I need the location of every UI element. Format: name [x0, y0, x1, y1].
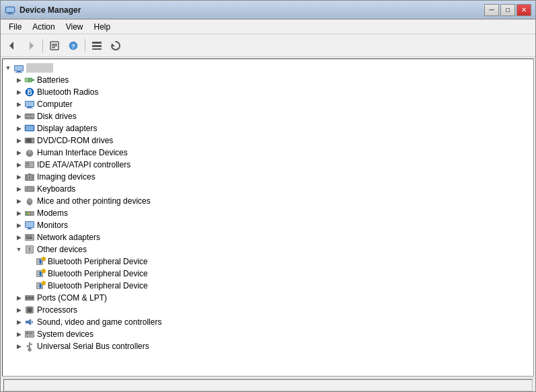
- network-expander[interactable]: ▶: [13, 232, 24, 243]
- bt-radios-expander[interactable]: ▶: [13, 87, 24, 97]
- back-button[interactable]: [3, 37, 21, 54]
- help-button[interactable]: ?: [65, 37, 82, 54]
- list-item[interactable]: ▶ Disk drives: [3, 110, 533, 122]
- list-item[interactable]: ▶ Computer: [3, 98, 533, 110]
- usb-label: Universal Serial Bus controllers: [37, 342, 149, 351]
- disk-expander[interactable]: ▶: [13, 111, 24, 122]
- bluetooth-radios-icon: B: [24, 87, 35, 97]
- other-expander[interactable]: ▼: [13, 244, 24, 255]
- list-item[interactable]: ▶ IDE ATA/ATAPI controllers: [3, 159, 533, 171]
- ide-icon: [24, 159, 35, 170]
- bt-peripheral-1-icon: !: [35, 256, 46, 267]
- modems-expander[interactable]: ▶: [13, 208, 24, 219]
- modems-icon: [24, 208, 35, 219]
- list-item[interactable]: ▶ Imaging devices: [3, 171, 533, 183]
- properties-icon: [49, 40, 60, 51]
- svg-rect-27: [28, 107, 32, 108]
- list-item[interactable]: ▼ ! Other devices: [3, 243, 533, 256]
- list-item[interactable]: ▶ Keyboards: [3, 183, 533, 195]
- ports-expander[interactable]: ▶: [13, 292, 24, 303]
- sound-expander[interactable]: ▶: [13, 317, 24, 327]
- network-label: Network adapters: [37, 233, 100, 242]
- other-devices-label: Other devices: [37, 245, 87, 254]
- imaging-icon: [24, 171, 35, 182]
- ide-expander[interactable]: ▶: [13, 159, 24, 170]
- close-button[interactable]: ✕: [516, 4, 531, 16]
- svg-text:!: !: [43, 258, 44, 262]
- svg-rect-109: [26, 332, 28, 334]
- mice-expander[interactable]: ▶: [13, 196, 24, 206]
- system-expander[interactable]: ▶: [13, 329, 24, 340]
- sound-icon: [24, 317, 35, 327]
- svg-rect-74: [26, 237, 32, 239]
- list-item[interactable]: ▶ Modems: [3, 207, 533, 219]
- list-item[interactable]: ▶ System devices: [3, 328, 533, 340]
- toolbar-separator-1: [42, 39, 43, 52]
- list-item[interactable]: ! Bluetooth Peripheral Device: [3, 268, 533, 280]
- list-item[interactable]: ▶ DVD/CD-ROM drives: [3, 134, 533, 147]
- list-item[interactable]: ▶ Universal Serial Bus controllers: [3, 340, 533, 352]
- list-item[interactable]: ▶ Human Interface Devices: [3, 147, 533, 159]
- svg-rect-71: [26, 235, 28, 237]
- refresh-button[interactable]: [107, 37, 124, 54]
- svg-text:!: !: [43, 270, 44, 274]
- svg-point-60: [26, 213, 28, 214]
- hid-icon: [24, 147, 35, 158]
- processors-icon: [24, 305, 35, 315]
- dvd-cdrom-label: DVD/CD-ROM drives: [37, 136, 113, 145]
- hid-expander[interactable]: ▶: [13, 147, 24, 158]
- svg-rect-43: [26, 165, 29, 166]
- list-item[interactable]: ! Bluetooth Peripheral Device: [3, 280, 533, 292]
- list-item[interactable]: ▶ B Bluetooth Radios: [3, 86, 533, 98]
- root-expander[interactable]: ▼: [3, 63, 13, 73]
- svg-text:!: !: [29, 246, 31, 253]
- other-devices-icon: !: [24, 244, 35, 255]
- tree-root[interactable]: ▼ ​: [3, 62, 533, 74]
- list-item[interactable]: ▶ Monitors: [3, 219, 533, 231]
- menu-action[interactable]: Action: [27, 21, 60, 33]
- batteries-label: Batteries: [37, 75, 69, 85]
- computer-expander[interactable]: ▶: [13, 99, 24, 110]
- menu-help[interactable]: Help: [89, 21, 116, 33]
- menu-view[interactable]: View: [61, 21, 89, 33]
- device-tree-container[interactable]: ▼ ​ ▶: [2, 58, 534, 377]
- menu-file[interactable]: File: [3, 21, 27, 33]
- batteries-expander[interactable]: ▶: [13, 75, 24, 85]
- keyboards-expander[interactable]: ▶: [13, 184, 24, 194]
- svg-rect-1: [6, 7, 14, 12]
- dvd-expander[interactable]: ▶: [13, 135, 24, 146]
- svg-rect-33: [26, 126, 34, 130]
- list-item[interactable]: ▶ Display adapters: [3, 122, 533, 134]
- minimize-button[interactable]: ─: [484, 4, 499, 16]
- view-button[interactable]: [88, 37, 106, 54]
- svg-rect-17: [15, 66, 23, 71]
- list-item[interactable]: ! Bluetooth Peripheral Device: [3, 256, 533, 268]
- list-item[interactable]: ▶ Batteries: [3, 74, 533, 86]
- list-item[interactable]: ▶ Mice and other pointing devices: [3, 195, 533, 207]
- svg-rect-18: [17, 71, 21, 72]
- list-item[interactable]: ▶ Processors: [3, 304, 533, 316]
- svg-marker-15: [112, 43, 115, 46]
- svg-rect-3: [7, 13, 13, 14]
- display-expander[interactable]: ▶: [13, 123, 24, 134]
- bt-peripheral-2-label: Bluetooth Peripheral Device: [48, 269, 148, 278]
- imaging-expander[interactable]: ▶: [13, 171, 24, 182]
- svg-rect-19: [15, 72, 22, 73]
- svg-point-95: [26, 297, 28, 299]
- bt-peripheral-1-label: Bluetooth Peripheral Device: [48, 257, 148, 266]
- menu-bar: File Action View Help: [1, 19, 535, 34]
- usb-expander[interactable]: ▶: [13, 341, 24, 352]
- maximize-button[interactable]: □: [500, 4, 515, 16]
- imaging-label: Imaging devices: [37, 172, 95, 182]
- list-item[interactable]: ▶ Network adapters: [3, 231, 533, 243]
- list-item[interactable]: ▶ Sound, video and game controllers: [3, 316, 533, 328]
- list-item[interactable]: ▶ Ports (COM & LPT): [3, 292, 533, 304]
- svg-rect-50: [28, 187, 29, 188]
- processors-expander[interactable]: ▶: [13, 305, 24, 315]
- properties-button[interactable]: [46, 37, 63, 54]
- window-title: Device Manager: [20, 5, 81, 15]
- refresh-icon: [110, 40, 121, 51]
- monitors-expander[interactable]: ▶: [13, 220, 24, 231]
- device-tree: ▼ ​ ▶: [3, 59, 533, 355]
- forward-button[interactable]: [22, 37, 40, 54]
